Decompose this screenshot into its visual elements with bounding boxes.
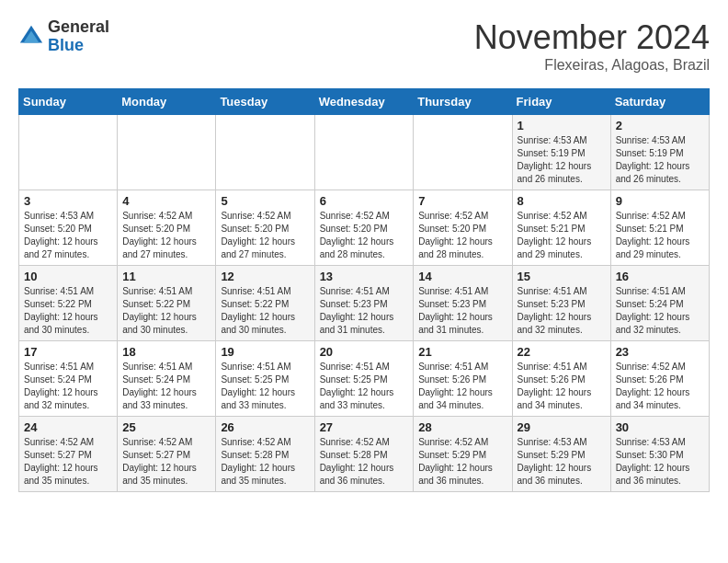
day-info: Sunrise: 4:52 AM Sunset: 5:27 PM Dayligh…: [24, 436, 112, 488]
day-info: Sunrise: 4:51 AM Sunset: 5:23 PM Dayligh…: [418, 285, 506, 337]
day-number: 6: [320, 194, 409, 208]
day-info: Sunrise: 4:52 AM Sunset: 5:27 PM Dayligh…: [122, 436, 210, 488]
day-number: 15: [518, 270, 606, 283]
location: Flexeiras, Alagoas, Brazil: [474, 57, 710, 74]
day-number: 27: [320, 420, 409, 434]
day-number: 13: [320, 270, 409, 283]
calendar-cell: 15Sunrise: 4:51 AM Sunset: 5:23 PM Dayli…: [512, 266, 610, 341]
day-number: 24: [24, 420, 112, 434]
calendar-cell: 3Sunrise: 4:53 AM Sunset: 5:20 PM Daylig…: [19, 190, 118, 266]
day-info: Sunrise: 4:53 AM Sunset: 5:19 PM Dayligh…: [518, 134, 606, 186]
calendar-week-5: 24Sunrise: 4:52 AM Sunset: 5:27 PM Dayli…: [19, 417, 710, 492]
day-number: 29: [518, 420, 606, 434]
day-info: Sunrise: 4:51 AM Sunset: 5:25 PM Dayligh…: [221, 361, 309, 412]
calendar-cell: 13Sunrise: 4:51 AM Sunset: 5:23 PM Dayli…: [314, 266, 414, 341]
day-info: Sunrise: 4:51 AM Sunset: 5:23 PM Dayligh…: [320, 285, 409, 337]
calendar-cell: 7Sunrise: 4:52 AM Sunset: 5:20 PM Daylig…: [414, 190, 512, 266]
day-info: Sunrise: 4:51 AM Sunset: 5:22 PM Dayligh…: [221, 285, 309, 337]
day-info: Sunrise: 4:52 AM Sunset: 5:26 PM Dayligh…: [616, 361, 704, 412]
day-number: 20: [320, 345, 409, 359]
day-number: 4: [122, 194, 210, 208]
day-info: Sunrise: 4:51 AM Sunset: 5:25 PM Dayligh…: [320, 361, 409, 412]
day-number: 19: [221, 345, 309, 359]
weekday-header-friday: Friday: [512, 89, 610, 115]
calendar-cell: 17Sunrise: 4:51 AM Sunset: 5:24 PM Dayli…: [19, 341, 118, 417]
calendar-cell: 22Sunrise: 4:51 AM Sunset: 5:26 PM Dayli…: [512, 341, 610, 417]
day-number: 28: [418, 420, 506, 434]
day-number: 5: [221, 194, 309, 208]
calendar-week-4: 17Sunrise: 4:51 AM Sunset: 5:24 PM Dayli…: [19, 341, 710, 417]
day-number: 9: [616, 194, 704, 208]
calendar-cell: [118, 115, 216, 190]
calendar-cell: [414, 115, 512, 190]
calendar-cell: 4Sunrise: 4:52 AM Sunset: 5:20 PM Daylig…: [118, 190, 216, 266]
day-number: 23: [616, 345, 704, 359]
day-number: 2: [616, 119, 704, 132]
calendar: SundayMondayTuesdayWednesdayThursdayFrid…: [18, 88, 710, 492]
day-info: Sunrise: 4:52 AM Sunset: 5:20 PM Dayligh…: [122, 210, 210, 261]
day-info: Sunrise: 4:51 AM Sunset: 5:23 PM Dayligh…: [518, 285, 606, 337]
calendar-cell: 12Sunrise: 4:51 AM Sunset: 5:22 PM Dayli…: [216, 266, 314, 341]
day-number: 30: [616, 420, 704, 434]
calendar-cell: 11Sunrise: 4:51 AM Sunset: 5:22 PM Dayli…: [118, 266, 216, 341]
day-number: 25: [122, 420, 210, 434]
day-number: 12: [221, 270, 309, 283]
calendar-week-3: 10Sunrise: 4:51 AM Sunset: 5:22 PM Dayli…: [19, 266, 710, 341]
day-info: Sunrise: 4:52 AM Sunset: 5:21 PM Dayligh…: [616, 210, 704, 261]
day-info: Sunrise: 4:52 AM Sunset: 5:28 PM Dayligh…: [221, 436, 309, 488]
calendar-cell: 25Sunrise: 4:52 AM Sunset: 5:27 PM Dayli…: [118, 417, 216, 492]
calendar-cell: 14Sunrise: 4:51 AM Sunset: 5:23 PM Dayli…: [414, 266, 512, 341]
weekday-header-thursday: Thursday: [414, 89, 512, 115]
day-number: 21: [418, 345, 506, 359]
weekday-header-monday: Monday: [118, 89, 216, 115]
day-number: 1: [518, 119, 606, 132]
title-block: November 2024 Flexeiras, Alagoas, Brazil: [474, 18, 710, 74]
calendar-cell: 23Sunrise: 4:52 AM Sunset: 5:26 PM Dayli…: [610, 341, 709, 417]
day-number: 8: [518, 194, 606, 208]
day-info: Sunrise: 4:52 AM Sunset: 5:21 PM Dayligh…: [518, 210, 606, 261]
calendar-cell: 9Sunrise: 4:52 AM Sunset: 5:21 PM Daylig…: [610, 190, 709, 266]
calendar-cell: 18Sunrise: 4:51 AM Sunset: 5:24 PM Dayli…: [118, 341, 216, 417]
day-info: Sunrise: 4:51 AM Sunset: 5:26 PM Dayligh…: [418, 361, 506, 412]
day-info: Sunrise: 4:52 AM Sunset: 5:20 PM Dayligh…: [320, 210, 409, 261]
day-number: 18: [122, 345, 210, 359]
weekday-header-row: SundayMondayTuesdayWednesdayThursdayFrid…: [19, 89, 710, 115]
day-info: Sunrise: 4:52 AM Sunset: 5:29 PM Dayligh…: [418, 436, 506, 488]
calendar-cell: 6Sunrise: 4:52 AM Sunset: 5:20 PM Daylig…: [314, 190, 414, 266]
logo-general: General: [48, 18, 109, 37]
day-number: 11: [122, 270, 210, 283]
calendar-cell: [216, 115, 314, 190]
day-info: Sunrise: 4:51 AM Sunset: 5:24 PM Dayligh…: [122, 361, 210, 412]
weekday-header-sunday: Sunday: [19, 89, 118, 115]
calendar-week-2: 3Sunrise: 4:53 AM Sunset: 5:20 PM Daylig…: [19, 190, 710, 266]
day-info: Sunrise: 4:51 AM Sunset: 5:22 PM Dayligh…: [122, 285, 210, 337]
day-info: Sunrise: 4:53 AM Sunset: 5:30 PM Dayligh…: [616, 436, 704, 488]
calendar-cell: 21Sunrise: 4:51 AM Sunset: 5:26 PM Dayli…: [414, 341, 512, 417]
calendar-cell: 10Sunrise: 4:51 AM Sunset: 5:22 PM Dayli…: [19, 266, 118, 341]
calendar-cell: 1Sunrise: 4:53 AM Sunset: 5:19 PM Daylig…: [512, 115, 610, 190]
day-number: 16: [616, 270, 704, 283]
logo: General Blue: [18, 18, 109, 55]
day-info: Sunrise: 4:52 AM Sunset: 5:28 PM Dayligh…: [320, 436, 409, 488]
calendar-cell: 5Sunrise: 4:52 AM Sunset: 5:20 PM Daylig…: [216, 190, 314, 266]
logo-blue: Blue: [48, 37, 109, 55]
day-number: 14: [418, 270, 506, 283]
calendar-cell: 20Sunrise: 4:51 AM Sunset: 5:25 PM Dayli…: [314, 341, 414, 417]
calendar-cell: 30Sunrise: 4:53 AM Sunset: 5:30 PM Dayli…: [610, 417, 709, 492]
day-info: Sunrise: 4:53 AM Sunset: 5:20 PM Dayligh…: [24, 210, 112, 261]
logo-icon: [18, 24, 44, 50]
day-number: 7: [418, 194, 506, 208]
day-info: Sunrise: 4:51 AM Sunset: 5:24 PM Dayligh…: [616, 285, 704, 337]
day-info: Sunrise: 4:51 AM Sunset: 5:22 PM Dayligh…: [24, 285, 112, 337]
day-info: Sunrise: 4:51 AM Sunset: 5:26 PM Dayligh…: [518, 361, 606, 412]
weekday-header-tuesday: Tuesday: [216, 89, 314, 115]
day-number: 22: [518, 345, 606, 359]
day-number: 17: [24, 345, 112, 359]
day-info: Sunrise: 4:53 AM Sunset: 5:29 PM Dayligh…: [518, 436, 606, 488]
day-number: 3: [24, 194, 112, 208]
calendar-cell: 2Sunrise: 4:53 AM Sunset: 5:19 PM Daylig…: [610, 115, 709, 190]
calendar-cell: 19Sunrise: 4:51 AM Sunset: 5:25 PM Dayli…: [216, 341, 314, 417]
day-number: 26: [221, 420, 309, 434]
calendar-cell: 16Sunrise: 4:51 AM Sunset: 5:24 PM Dayli…: [610, 266, 709, 341]
day-info: Sunrise: 4:51 AM Sunset: 5:24 PM Dayligh…: [24, 361, 112, 412]
